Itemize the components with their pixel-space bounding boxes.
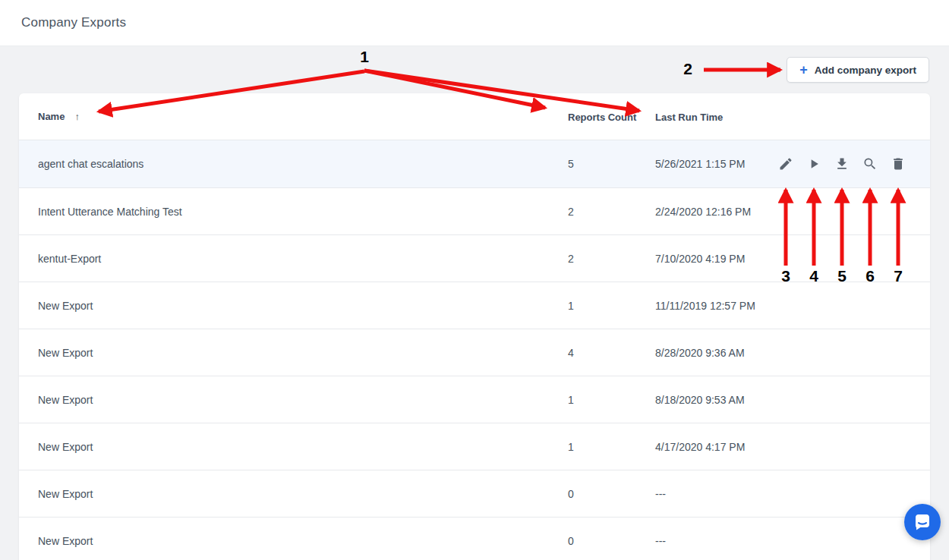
table-row[interactable]: New Export 0 ---: [19, 517, 930, 560]
chat-bubble-icon: [904, 504, 941, 540]
search-icon: [862, 156, 878, 171]
table-header-row: Name ↑ Reports Count Last Run Time: [19, 93, 930, 140]
plus-icon: +: [799, 63, 808, 77]
annotation-label-3: 3: [781, 267, 790, 285]
export-name: New Export: [38, 394, 93, 406]
last-run-time: 4/17/2020 4:17 PM: [655, 441, 745, 453]
trash-icon: [891, 156, 906, 171]
reports-count: 0: [568, 488, 574, 500]
table-row[interactable]: New Export 1 8/18/2020 9:53 AM: [19, 376, 930, 423]
view-button[interactable]: [861, 155, 879, 173]
sort-ascending-icon[interactable]: ↑: [74, 111, 80, 122]
page-title: Company Exports: [21, 15, 126, 30]
reports-count: 1: [568, 300, 574, 312]
annotation-label-2: 2: [683, 60, 692, 78]
row-actions: [771, 155, 930, 173]
download-icon: [834, 156, 850, 171]
last-run-time: ---: [655, 535, 666, 547]
reports-count: 0: [568, 535, 574, 547]
download-button[interactable]: [833, 155, 851, 173]
delete-button[interactable]: [889, 155, 907, 173]
annotation-label-5: 5: [837, 267, 847, 285]
last-run-time: 5/26/2021 1:15 PM: [655, 158, 745, 170]
export-name: agent chat escalations: [38, 158, 143, 170]
table-row[interactable]: agent chat escalations 5 5/26/2021 1:15 …: [19, 140, 930, 187]
export-name: New Export: [38, 488, 93, 500]
table-row[interactable]: New Export 0 ---: [19, 470, 930, 517]
column-header-name-label: Name: [38, 111, 65, 122]
column-header-name[interactable]: Name ↑: [19, 111, 568, 122]
last-run-time: 8/28/2020 9:36 AM: [655, 347, 745, 359]
pencil-icon: [778, 156, 793, 171]
column-header-last-run-time[interactable]: Last Run Time: [655, 110, 771, 124]
annotation-label-4: 4: [809, 267, 818, 285]
export-name: New Export: [38, 347, 93, 359]
column-header-reports-count[interactable]: Reports Count: [568, 110, 655, 124]
add-company-export-button[interactable]: + Add company export: [787, 57, 929, 83]
last-run-time: 2/24/2020 12:16 PM: [655, 206, 751, 218]
last-run-time: 11/11/2019 12:57 PM: [655, 300, 755, 312]
table-row[interactable]: New Export 1 11/11/2019 12:57 PM: [19, 282, 930, 329]
reports-count: 4: [568, 347, 574, 359]
annotation-label-7: 7: [894, 267, 903, 285]
last-run-time: 7/10/2020 4:19 PM: [655, 253, 745, 265]
export-name: New Export: [38, 535, 93, 547]
column-header-reports-count-label: Reports Count: [568, 112, 636, 123]
table-row[interactable]: New Export 1 4/17/2020 4:17 PM: [19, 423, 930, 470]
reports-count: 1: [568, 441, 574, 453]
annotation-label-1: 1: [360, 48, 369, 66]
export-name: kentut-Export: [38, 253, 101, 265]
export-name: New Export: [38, 441, 93, 453]
add-company-export-label: Add company export: [815, 64, 916, 76]
annotation-label-6: 6: [865, 267, 875, 285]
reports-count: 5: [568, 158, 574, 170]
reports-count: 2: [568, 253, 574, 265]
reports-count: 1: [568, 394, 574, 406]
reports-count: 2: [568, 206, 574, 218]
chat-launcher-button[interactable]: [904, 504, 941, 540]
table-row[interactable]: kentut-Export 2 7/10/2020 4:19 PM: [19, 234, 930, 282]
company-exports-table: Name ↑ Reports Count Last Run Time agent…: [19, 93, 930, 560]
last-run-time: 8/18/2020 9:53 AM: [655, 394, 745, 406]
last-run-time: ---: [655, 488, 666, 500]
export-name: New Export: [38, 300, 93, 312]
run-button[interactable]: [805, 155, 823, 173]
table-row[interactable]: New Export 4 8/28/2020 9:36 AM: [19, 329, 930, 376]
edit-button[interactable]: [777, 155, 795, 173]
column-header-last-run-time-label: Last Run Time: [655, 112, 723, 123]
export-name: Intent Utterance Matching Test: [38, 206, 182, 218]
play-icon: [806, 156, 821, 171]
table-row[interactable]: Intent Utterance Matching Test 2 2/24/20…: [19, 187, 930, 234]
topbar: Company Exports: [0, 0, 949, 46]
